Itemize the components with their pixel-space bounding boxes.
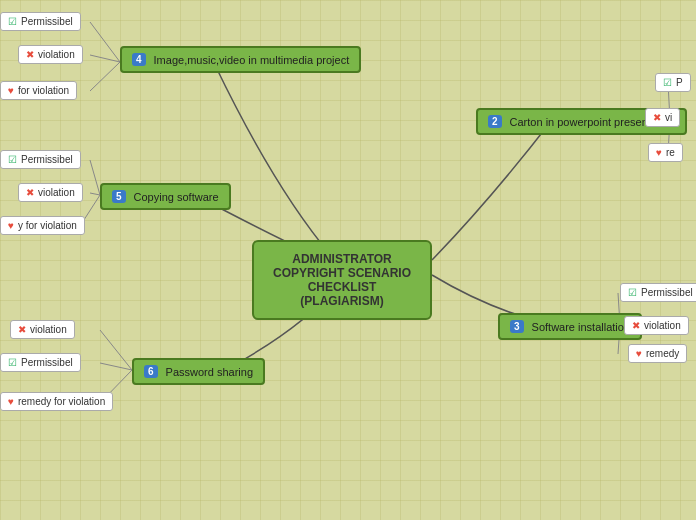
- leaf-label: Permissibel: [641, 287, 693, 298]
- leaf-ml-remedy[interactable]: ♥ y for violation: [0, 216, 85, 235]
- leaf-br-perm[interactable]: ☑ Permissibel: [620, 283, 696, 302]
- leaf-tl-remedy[interactable]: ♥ for violation: [0, 81, 77, 100]
- x-icon: ✖: [632, 320, 640, 331]
- leaf-bl-perm[interactable]: ☑ Permissibel: [0, 353, 81, 372]
- branch-6[interactable]: 6 Password sharing: [132, 358, 265, 385]
- x-icon: ✖: [26, 187, 34, 198]
- leaf-tl-violation[interactable]: ✖ violation: [18, 45, 83, 64]
- heart-icon: ♥: [8, 396, 14, 407]
- leaf-tl-perm[interactable]: ☑ Permissibel: [0, 12, 81, 31]
- branch-number: 5: [112, 190, 126, 203]
- svg-line-1: [90, 55, 120, 62]
- branch-number: 6: [144, 365, 158, 378]
- check-icon: ☑: [8, 154, 17, 165]
- svg-line-0: [90, 22, 120, 62]
- leaf-bl-remedy[interactable]: ♥ remedy for violation: [0, 392, 113, 411]
- leaf-ml-perm[interactable]: ☑ Permissibel: [0, 150, 81, 169]
- branch-4[interactable]: 4 Image,music,video in multimedia projec…: [120, 46, 361, 73]
- svg-line-4: [90, 193, 100, 195]
- leaf-tr-perm[interactable]: ☑ P: [655, 73, 691, 92]
- leaf-label: Permissibel: [21, 357, 73, 368]
- leaf-tr-remedy[interactable]: ♥ re: [648, 143, 683, 162]
- leaf-label: violation: [30, 324, 67, 335]
- check-icon: ☑: [8, 357, 17, 368]
- branch-number: 2: [488, 115, 502, 128]
- check-icon: ☑: [663, 77, 672, 88]
- branch-label: Password sharing: [166, 366, 253, 378]
- leaf-label: remedy: [646, 348, 679, 359]
- svg-line-12: [100, 330, 132, 370]
- leaf-label: Permissibel: [21, 16, 73, 27]
- leaf-label: y for violation: [18, 220, 77, 231]
- leaf-label: vi: [665, 112, 672, 123]
- x-icon: ✖: [653, 112, 661, 123]
- heart-icon: ♥: [8, 220, 14, 231]
- heart-icon: ♥: [636, 348, 642, 359]
- leaf-br-remedy[interactable]: ♥ remedy: [628, 344, 687, 363]
- svg-line-2: [90, 62, 120, 91]
- branch-label: Software installation: [532, 321, 630, 333]
- center-node: ADMINISTRATOR COPYRIGHT SCENARIO CHECKLI…: [252, 240, 432, 320]
- leaf-label: re: [666, 147, 675, 158]
- branch-label: Image,music,video in multimedia project: [154, 54, 350, 66]
- branch-number: 3: [510, 320, 524, 333]
- leaf-label: remedy for violation: [18, 396, 105, 407]
- leaf-label: violation: [38, 49, 75, 60]
- svg-line-3: [90, 160, 100, 195]
- leaf-label: violation: [644, 320, 681, 331]
- heart-icon: ♥: [656, 147, 662, 158]
- leaf-ml-violation[interactable]: ✖ violation: [18, 183, 83, 202]
- leaf-label: Permissibel: [21, 154, 73, 165]
- branch-label: Copying software: [134, 191, 219, 203]
- x-icon: ✖: [18, 324, 26, 335]
- leaf-bl-violation[interactable]: ✖ violation: [10, 320, 75, 339]
- heart-icon: ♥: [8, 85, 14, 96]
- leaf-label: violation: [38, 187, 75, 198]
- leaf-tr-violation[interactable]: ✖ vi: [645, 108, 680, 127]
- check-icon: ☑: [8, 16, 17, 27]
- leaf-label: P: [676, 77, 683, 88]
- leaf-label: for violation: [18, 85, 69, 96]
- branch-number: 4: [132, 53, 146, 66]
- svg-line-13: [100, 363, 132, 370]
- branch-5[interactable]: 5 Copying software: [100, 183, 231, 210]
- branch-3[interactable]: 3 Software installation: [498, 313, 642, 340]
- leaf-br-violation[interactable]: ✖ violation: [624, 316, 689, 335]
- check-icon: ☑: [628, 287, 637, 298]
- x-icon: ✖: [26, 49, 34, 60]
